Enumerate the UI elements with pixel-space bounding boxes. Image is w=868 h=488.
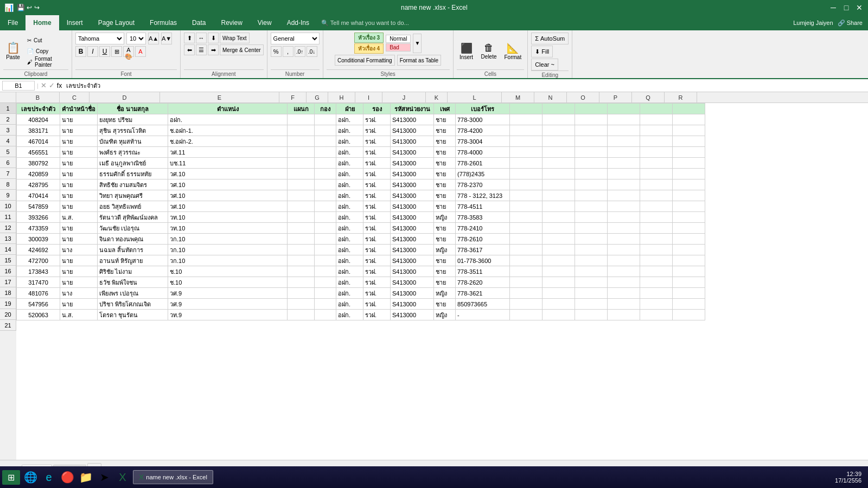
- cell-r9-c9[interactable]: ชาย: [434, 190, 456, 201]
- align-center-btn[interactable]: ☰: [196, 44, 207, 55]
- table-row[interactable]: 470414นายวิทยา สุนพคุณศรีวศ.10อฝก.รวฝ.S4…: [17, 190, 705, 201]
- cell-r18-c8[interactable]: S413000: [391, 288, 434, 299]
- cell-r4-c9[interactable]: ชาย: [434, 136, 456, 147]
- cell-empty-8-0[interactable]: [510, 201, 542, 212]
- cell-empty-13-5[interactable]: [673, 255, 705, 266]
- cell-r14-c3[interactable]: วก.10: [168, 245, 288, 255]
- cell-r5-c1[interactable]: นาย: [60, 147, 98, 158]
- col-header-N[interactable]: N: [534, 92, 567, 102]
- cell-r3-c8[interactable]: S413000: [391, 125, 434, 136]
- cell-r3-c7[interactable]: รวฝ.: [363, 125, 391, 136]
- cell-r16-c4[interactable]: [288, 266, 315, 277]
- cell-empty-14-0[interactable]: [510, 266, 542, 277]
- cell-r15-c8[interactable]: S413000: [391, 255, 434, 266]
- col-header-K[interactable]: K: [426, 92, 448, 102]
- cell-r20-c7[interactable]: รวฝ.: [363, 310, 391, 320]
- cell-empty-6-4[interactable]: [640, 179, 673, 190]
- cell-r4-c2[interactable]: บัณฑิต หุมสท้าน: [98, 136, 168, 147]
- align-right-btn[interactable]: ➡: [208, 44, 219, 55]
- cell-r7-c3[interactable]: วศ.10: [168, 169, 288, 179]
- cell-r6-c3[interactable]: บช.11: [168, 158, 288, 169]
- cell-empty-5-3[interactable]: [608, 169, 640, 179]
- cell-r6-c6[interactable]: อฝก.: [336, 158, 363, 169]
- cell-empty-5-0[interactable]: [510, 169, 542, 179]
- cell-empty-10-1[interactable]: [542, 223, 575, 234]
- taskbar-excel-icon[interactable]: X: [114, 469, 131, 485]
- cell-empty-3-3[interactable]: [608, 147, 640, 158]
- cell-empty-8-4[interactable]: [640, 201, 673, 212]
- cell-empty-9-5[interactable]: [673, 212, 705, 223]
- cell-empty-17-1[interactable]: [542, 299, 575, 310]
- cell-empty-4-3[interactable]: [608, 158, 640, 169]
- cell-r7-c0[interactable]: 420859: [17, 169, 60, 179]
- cell-r2-c3[interactable]: อฝก.: [168, 114, 288, 125]
- cell-empty-6-1[interactable]: [542, 179, 575, 190]
- col-header-J[interactable]: J: [382, 92, 426, 102]
- cell-r19-c1[interactable]: นาย: [60, 299, 98, 310]
- copy-button[interactable]: 📄 Copy: [25, 46, 68, 56]
- cell-r8-c7[interactable]: รวฝ.: [363, 179, 391, 190]
- cell-r9-c4[interactable]: [288, 190, 315, 201]
- row-num-15[interactable]: 15: [0, 255, 16, 266]
- cell-r8-c10[interactable]: 778-2370: [456, 179, 510, 190]
- cell-r8-c6[interactable]: อฝก.: [336, 179, 363, 190]
- cell-r14-c5[interactable]: [315, 245, 336, 255]
- cell-r18-c7[interactable]: รวฝ.: [363, 288, 391, 299]
- cell-r11-c4[interactable]: [288, 212, 315, 223]
- cell-empty-6-2[interactable]: [575, 179, 608, 190]
- cell-r16-c5[interactable]: [315, 266, 336, 277]
- italic-btn[interactable]: I: [87, 46, 98, 57]
- cell-r11-c0[interactable]: 393266: [17, 212, 60, 223]
- cell-r10-c6[interactable]: อฝก.: [336, 201, 363, 212]
- cell-r5-c10[interactable]: 778-4000: [456, 147, 510, 158]
- cell-r18-c4[interactable]: [288, 288, 315, 299]
- cell-r12-c10[interactable]: 778-2410: [456, 223, 510, 234]
- cell-empty-10-2[interactable]: [575, 223, 608, 234]
- cell-r8-c0[interactable]: 428795: [17, 179, 60, 190]
- cell-r14-c6[interactable]: อฝก.: [336, 245, 363, 255]
- header-empty-0[interactable]: [510, 104, 542, 114]
- cell-r18-c1[interactable]: นาง: [60, 288, 98, 299]
- cell-r6-c1[interactable]: นาย: [60, 158, 98, 169]
- cell-empty-4-4[interactable]: [640, 158, 673, 169]
- cell-r11-c10[interactable]: 778-3583: [456, 212, 510, 223]
- cell-r9-c2[interactable]: วิทยา สุนพคุณศรี: [98, 190, 168, 201]
- cell-empty-16-2[interactable]: [575, 288, 608, 299]
- col-header-E[interactable]: E: [160, 92, 279, 102]
- cell-r16-c6[interactable]: อฝก.: [336, 266, 363, 277]
- cell-r5-c8[interactable]: S413000: [391, 147, 434, 158]
- cell-r5-c2[interactable]: พงศ์ธร สุวรรณะ: [98, 147, 168, 158]
- header-empty-5[interactable]: [673, 104, 705, 114]
- cell-r17-c1[interactable]: นาย: [60, 277, 98, 288]
- cell-r20-c5[interactable]: [315, 310, 336, 320]
- cell-empty-18-2[interactable]: [575, 310, 608, 320]
- cell-r15-c0[interactable]: 472700: [17, 255, 60, 266]
- cell-r14-c8[interactable]: S413000: [391, 245, 434, 255]
- cell-empty-15-0[interactable]: [510, 277, 542, 288]
- cell-r12-c7[interactable]: รวฝ.: [363, 223, 391, 234]
- cell-empty-9-4[interactable]: [640, 212, 673, 223]
- cancel-btn[interactable]: ✕: [41, 81, 47, 89]
- cell-r20-c3[interactable]: วท.9: [168, 310, 288, 320]
- cell-r10-c3[interactable]: วศ.10: [168, 201, 288, 212]
- cell-empty-5-4[interactable]: [640, 169, 673, 179]
- cell-r20-c8[interactable]: S413000: [391, 310, 434, 320]
- cell-empty-10-3[interactable]: [608, 223, 640, 234]
- cell-r13-c8[interactable]: S413000: [391, 234, 434, 245]
- cell-r4-c1[interactable]: นาย: [60, 136, 98, 147]
- header-cell-10[interactable]: เบอร์โทร: [456, 104, 510, 114]
- cell-r5-c0[interactable]: 456551: [17, 147, 60, 158]
- cell-reference-box[interactable]: B1: [2, 81, 35, 91]
- col-header-B[interactable]: B: [16, 92, 60, 102]
- cell-empty-13-1[interactable]: [542, 255, 575, 266]
- cell-r17-c0[interactable]: 317470: [17, 277, 60, 288]
- cell-r20-c1[interactable]: น.ส.: [60, 310, 98, 320]
- cell-r3-c1[interactable]: นาย: [60, 125, 98, 136]
- row-num-20[interactable]: 20: [0, 309, 16, 320]
- cell-r2-c5[interactable]: [315, 114, 336, 125]
- styles-more-btn[interactable]: ▼: [413, 34, 422, 53]
- cell-r17-c4[interactable]: [288, 277, 315, 288]
- row-num-21[interactable]: 21: [0, 320, 16, 331]
- cell-empty-7-5[interactable]: [673, 190, 705, 201]
- cell-empty-2-2[interactable]: [575, 136, 608, 147]
